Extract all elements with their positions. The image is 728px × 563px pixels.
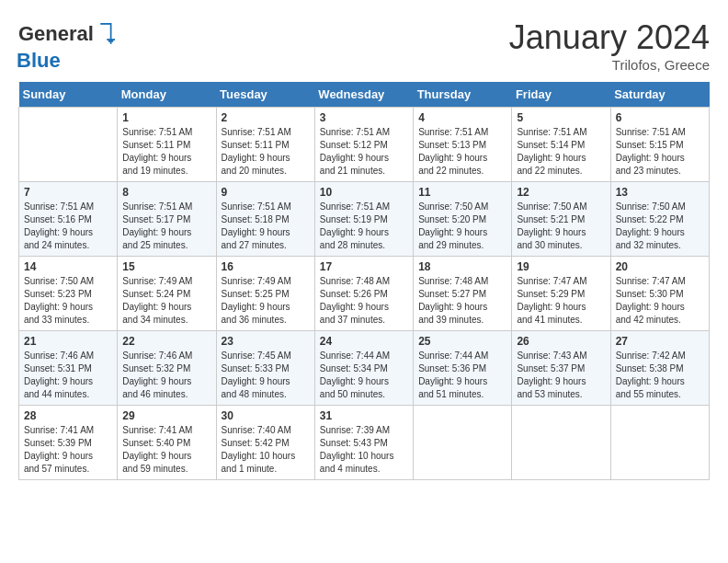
day-number: 1 <box>122 111 210 124</box>
day-number: 10 <box>320 186 408 199</box>
day-cell <box>610 406 709 480</box>
day-cell: 10Sunrise: 7:51 AMSunset: 5:19 PMDayligh… <box>314 182 413 257</box>
day-number: 7 <box>24 186 112 199</box>
header-tuesday: Tuesday <box>216 82 314 108</box>
day-detail: Sunrise: 7:46 AMSunset: 5:32 PMDaylight:… <box>122 350 192 399</box>
day-detail: Sunrise: 7:51 AMSunset: 5:18 PMDaylight:… <box>222 201 291 250</box>
day-detail: Sunrise: 7:39 AMSunset: 5:43 PMDaylight:… <box>320 425 394 474</box>
header-saturday: Saturday <box>610 82 709 108</box>
day-number: 18 <box>418 260 506 273</box>
day-detail: Sunrise: 7:50 AMSunset: 5:21 PMDaylight:… <box>517 201 586 250</box>
day-cell: 22Sunrise: 7:46 AMSunset: 5:32 PMDayligh… <box>118 331 216 406</box>
week-row-1: 1Sunrise: 7:51 AMSunset: 5:11 PMDaylight… <box>19 108 710 182</box>
day-number: 13 <box>616 186 704 199</box>
day-cell: 29Sunrise: 7:41 AMSunset: 5:40 PMDayligh… <box>118 406 216 480</box>
day-number: 9 <box>222 186 310 199</box>
day-detail: Sunrise: 7:50 AMSunset: 5:20 PMDaylight:… <box>418 201 488 250</box>
day-cell: 20Sunrise: 7:47 AMSunset: 5:30 PMDayligh… <box>610 257 709 331</box>
header-thursday: Thursday <box>414 82 512 108</box>
logo: General ⮧ Blue <box>18 18 121 73</box>
day-number: 30 <box>222 409 310 422</box>
day-number: 3 <box>320 111 408 124</box>
day-detail: Sunrise: 7:51 AMSunset: 5:14 PMDaylight:… <box>517 127 586 176</box>
calendar-header: SundayMondayTuesdayWednesdayThursdayFrid… <box>19 82 710 108</box>
day-cell: 25Sunrise: 7:44 AMSunset: 5:36 PMDayligh… <box>414 331 512 406</box>
day-cell: 26Sunrise: 7:43 AMSunset: 5:37 PMDayligh… <box>512 331 610 406</box>
header-wednesday: Wednesday <box>314 82 413 108</box>
logo-bird-icon: ⮧ <box>96 18 121 49</box>
day-detail: Sunrise: 7:48 AMSunset: 5:27 PMDaylight:… <box>418 276 488 325</box>
day-number: 31 <box>320 409 408 422</box>
day-cell: 30Sunrise: 7:40 AMSunset: 5:42 PMDayligh… <box>216 406 314 480</box>
day-number: 23 <box>222 335 310 348</box>
day-number: 21 <box>24 335 112 348</box>
day-cell: 9Sunrise: 7:51 AMSunset: 5:18 PMDaylight… <box>216 182 314 257</box>
day-number: 4 <box>418 111 506 124</box>
calendar-table: SundayMondayTuesdayWednesdayThursdayFrid… <box>18 82 710 480</box>
day-detail: Sunrise: 7:51 AMSunset: 5:13 PMDaylight:… <box>418 127 488 176</box>
day-cell: 23Sunrise: 7:45 AMSunset: 5:33 PMDayligh… <box>216 331 314 406</box>
day-cell: 17Sunrise: 7:48 AMSunset: 5:26 PMDayligh… <box>314 257 413 331</box>
day-detail: Sunrise: 7:44 AMSunset: 5:34 PMDaylight:… <box>320 350 390 399</box>
day-detail: Sunrise: 7:51 AMSunset: 5:11 PMDaylight:… <box>122 127 192 176</box>
day-detail: Sunrise: 7:47 AMSunset: 5:30 PMDaylight:… <box>616 276 686 325</box>
page-header: General ⮧ Blue January 2024 Trilofos, Gr… <box>18 18 710 73</box>
month-title: January 2024 <box>509 18 710 57</box>
day-detail: Sunrise: 7:48 AMSunset: 5:26 PMDaylight:… <box>320 276 390 325</box>
day-cell: 1Sunrise: 7:51 AMSunset: 5:11 PMDaylight… <box>118 108 216 182</box>
title-area: January 2024 Trilofos, Greece <box>509 18 710 73</box>
header-friday: Friday <box>512 82 610 108</box>
day-number: 22 <box>122 335 210 348</box>
day-number: 2 <box>222 111 310 124</box>
week-row-4: 21Sunrise: 7:46 AMSunset: 5:31 PMDayligh… <box>19 331 710 406</box>
day-cell: 18Sunrise: 7:48 AMSunset: 5:27 PMDayligh… <box>414 257 512 331</box>
day-number: 14 <box>24 260 112 273</box>
day-cell: 24Sunrise: 7:44 AMSunset: 5:34 PMDayligh… <box>314 331 413 406</box>
day-cell: 14Sunrise: 7:50 AMSunset: 5:23 PMDayligh… <box>19 257 118 331</box>
day-number: 11 <box>418 186 506 199</box>
day-detail: Sunrise: 7:51 AMSunset: 5:19 PMDaylight:… <box>320 201 390 250</box>
day-cell: 3Sunrise: 7:51 AMSunset: 5:12 PMDaylight… <box>314 108 413 182</box>
day-cell: 28Sunrise: 7:41 AMSunset: 5:39 PMDayligh… <box>19 406 118 480</box>
calendar-body: 1Sunrise: 7:51 AMSunset: 5:11 PMDaylight… <box>19 108 710 480</box>
day-detail: Sunrise: 7:49 AMSunset: 5:24 PMDaylight:… <box>122 276 192 325</box>
week-row-2: 7Sunrise: 7:51 AMSunset: 5:16 PMDaylight… <box>19 182 710 257</box>
day-cell <box>414 406 512 480</box>
day-cell <box>19 108 118 182</box>
day-cell: 4Sunrise: 7:51 AMSunset: 5:13 PMDaylight… <box>414 108 512 182</box>
day-cell: 31Sunrise: 7:39 AMSunset: 5:43 PMDayligh… <box>314 406 413 480</box>
header-monday: Monday <box>118 82 216 108</box>
day-number: 28 <box>24 409 112 422</box>
day-number: 24 <box>320 335 408 348</box>
day-detail: Sunrise: 7:46 AMSunset: 5:31 PMDaylight:… <box>24 350 94 399</box>
day-number: 5 <box>517 111 605 124</box>
day-detail: Sunrise: 7:45 AMSunset: 5:33 PMDaylight:… <box>222 350 291 399</box>
day-number: 25 <box>418 335 506 348</box>
day-number: 19 <box>517 260 605 273</box>
day-number: 20 <box>616 260 704 273</box>
day-cell: 11Sunrise: 7:50 AMSunset: 5:20 PMDayligh… <box>414 182 512 257</box>
day-cell: 2Sunrise: 7:51 AMSunset: 5:11 PMDaylight… <box>216 108 314 182</box>
day-cell: 7Sunrise: 7:51 AMSunset: 5:16 PMDaylight… <box>19 182 118 257</box>
day-detail: Sunrise: 7:41 AMSunset: 5:40 PMDaylight:… <box>122 425 192 474</box>
day-number: 29 <box>122 409 210 422</box>
day-detail: Sunrise: 7:51 AMSunset: 5:11 PMDaylight:… <box>222 127 291 176</box>
day-cell: 6Sunrise: 7:51 AMSunset: 5:15 PMDaylight… <box>610 108 709 182</box>
day-detail: Sunrise: 7:50 AMSunset: 5:22 PMDaylight:… <box>616 201 686 250</box>
day-cell: 8Sunrise: 7:51 AMSunset: 5:17 PMDaylight… <box>118 182 216 257</box>
day-cell: 16Sunrise: 7:49 AMSunset: 5:25 PMDayligh… <box>216 257 314 331</box>
logo-blue-text: Blue <box>17 49 61 73</box>
location: Trilofos, Greece <box>509 57 710 73</box>
day-detail: Sunrise: 7:51 AMSunset: 5:17 PMDaylight:… <box>122 201 192 250</box>
logo-general-text: General <box>18 22 94 46</box>
day-number: 12 <box>517 186 605 199</box>
day-number: 16 <box>222 260 310 273</box>
day-cell: 5Sunrise: 7:51 AMSunset: 5:14 PMDaylight… <box>512 108 610 182</box>
day-cell: 12Sunrise: 7:50 AMSunset: 5:21 PMDayligh… <box>512 182 610 257</box>
day-cell <box>512 406 610 480</box>
week-row-5: 28Sunrise: 7:41 AMSunset: 5:39 PMDayligh… <box>19 406 710 480</box>
header-sunday: Sunday <box>19 82 118 108</box>
day-number: 8 <box>122 186 210 199</box>
day-detail: Sunrise: 7:43 AMSunset: 5:37 PMDaylight:… <box>517 350 586 399</box>
day-detail: Sunrise: 7:50 AMSunset: 5:23 PMDaylight:… <box>24 276 94 325</box>
